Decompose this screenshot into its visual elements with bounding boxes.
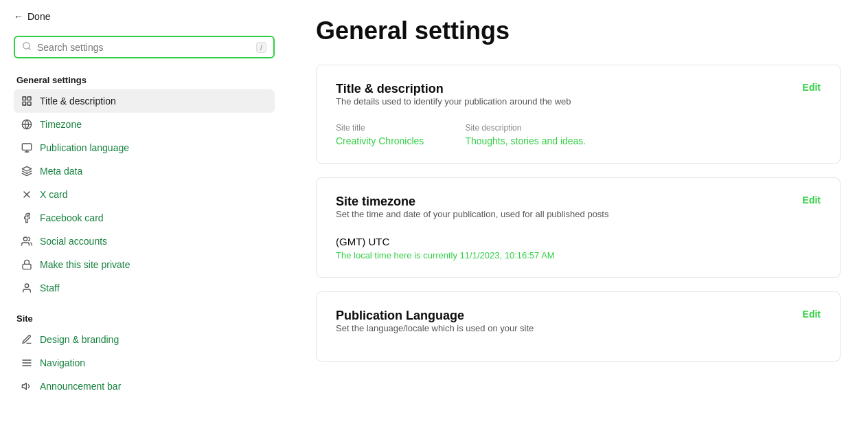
site-title-field: Site title Creativity Chronicles	[336, 123, 424, 146]
site-title-label: Site title	[336, 123, 424, 133]
sidebar-item-x-card[interactable]: X card	[14, 183, 275, 206]
sidebar-item-label: Navigation	[40, 357, 85, 368]
sidebar-item-title-description[interactable]: Title & description	[14, 89, 275, 113]
site-description-label: Site description	[465, 123, 586, 133]
sidebar-item-label: Design & branding	[40, 334, 119, 345]
svg-line-1	[29, 48, 31, 50]
svg-rect-4	[23, 102, 26, 105]
sidebar-item-staff[interactable]: Staff	[14, 276, 275, 300]
done-label: Done	[27, 11, 50, 22]
search-kbd: /	[256, 42, 266, 53]
sidebar-item-navigation[interactable]: Navigation	[14, 351, 275, 375]
sidebar-item-publication-language[interactable]: Publication language	[14, 136, 275, 159]
svg-rect-3	[27, 97, 31, 100]
globe-icon	[21, 118, 33, 131]
sidebar-item-meta-data[interactable]: Meta data	[14, 159, 275, 183]
card-title: Title & description	[336, 82, 571, 96]
announce-icon	[21, 380, 33, 392]
site-description-value: Thoughts, stories and ideas.	[465, 135, 586, 146]
sidebar-item-label: Timezone	[40, 119, 82, 130]
svg-rect-2	[23, 97, 26, 100]
svg-point-14	[23, 237, 27, 241]
card-title: Publication Language	[336, 309, 534, 323]
general-settings-section: General settings Title & description Tim…	[14, 75, 275, 300]
site-description-field: Site description Thoughts, stories and i…	[465, 123, 586, 146]
local-time-value: The local time here is currently 11/1/20…	[336, 250, 821, 260]
sidebar-item-facebook-card[interactable]: Facebook card	[14, 206, 275, 230]
sidebar-item-label: Title & description	[40, 96, 116, 107]
sidebar-item-design-branding[interactable]: Design & branding	[14, 328, 275, 351]
site-title-value: Creativity Chronicles	[336, 135, 424, 146]
card-title: Site timezone	[336, 195, 608, 209]
staff-icon	[21, 282, 33, 294]
title-description-card: Title & description The details used to …	[316, 65, 841, 164]
timezone-value: (GMT) UTC	[336, 236, 821, 247]
main-content: General settings Title & description The…	[288, 0, 868, 433]
svg-rect-5	[27, 102, 31, 105]
sidebar-item-label: Make this site private	[40, 259, 130, 270]
general-settings-label: General settings	[14, 75, 275, 85]
svg-rect-15	[23, 264, 31, 269]
sidebar-item-make-private[interactable]: Make this site private	[14, 253, 275, 276]
page-title: General settings	[316, 16, 841, 45]
grid-icon	[21, 95, 33, 107]
search-input[interactable]	[37, 42, 251, 53]
facebook-icon	[21, 212, 33, 224]
sidebar-item-label: Meta data	[40, 166, 82, 177]
translate-icon	[21, 142, 33, 154]
nav-icon	[21, 357, 33, 369]
site-section-label: Site	[14, 313, 275, 324]
site-section: Site Design & branding Navigation	[14, 313, 275, 398]
svg-marker-20	[22, 383, 26, 389]
search-box: /	[14, 36, 275, 58]
card-subtitle: Set the time and date of your publicatio…	[336, 209, 608, 219]
done-link[interactable]: ← Done	[14, 11, 50, 22]
svg-marker-11	[22, 166, 31, 171]
social-icon	[21, 235, 33, 247]
sidebar-item-label: Social accounts	[40, 236, 107, 247]
sidebar-item-social-accounts[interactable]: Social accounts	[14, 230, 275, 253]
sidebar-item-timezone[interactable]: Timezone	[14, 113, 275, 136]
card-subtitle: Set the language/locale which is used on…	[336, 323, 534, 333]
search-icon	[22, 41, 32, 53]
arrow-left-icon: ←	[14, 11, 23, 22]
layers-icon	[21, 165, 33, 177]
design-icon	[21, 333, 33, 346]
timezone-edit-button[interactable]: Edit	[803, 195, 821, 206]
card-subtitle: The details used to identify your public…	[336, 96, 571, 107]
sidebar-item-label: Facebook card	[40, 212, 104, 223]
publication-language-edit-button[interactable]: Edit	[803, 309, 821, 320]
svg-rect-8	[22, 144, 31, 150]
sidebar-item-label: Publication language	[40, 142, 129, 153]
sidebar-item-label: X card	[40, 189, 67, 200]
sidebar-item-label: Announcement bar	[40, 381, 121, 392]
lock-icon	[21, 258, 33, 271]
title-description-edit-button[interactable]: Edit	[803, 82, 821, 93]
svg-point-16	[25, 284, 28, 287]
publication-language-card: Publication Language Set the language/lo…	[316, 291, 841, 362]
site-timezone-card: Site timezone Set the time and date of y…	[316, 177, 841, 278]
sidebar-item-announcement-bar[interactable]: Announcement bar	[14, 375, 275, 398]
sidebar-item-label: Staff	[40, 282, 60, 293]
x-icon	[21, 188, 33, 201]
sidebar: ← Done / General settings	[0, 0, 288, 433]
